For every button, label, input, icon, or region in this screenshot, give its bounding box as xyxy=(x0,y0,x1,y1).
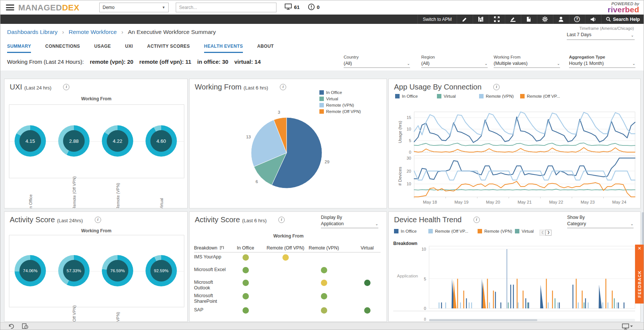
score-dot[interactable] xyxy=(243,293,249,299)
chevron-down-icon: ⌄ xyxy=(632,62,635,66)
score-dot[interactable] xyxy=(243,267,249,273)
score-dot[interactable] xyxy=(364,307,371,314)
bar xyxy=(578,302,579,308)
donut-remote-vpn-[interactable]: 4.22 xyxy=(102,125,133,157)
y-axis-title: # Devices xyxy=(398,167,402,186)
panel-uxi: UXI (Last 24 hrs) i Working From 4.15In … xyxy=(4,79,188,208)
display-by-select[interactable]: Application ⌄ xyxy=(321,221,378,228)
bar xyxy=(552,290,553,308)
display-options-icon[interactable] xyxy=(622,323,633,330)
bar xyxy=(584,302,584,308)
y-tick-label: 10 xyxy=(407,182,411,186)
tab-activity-scores[interactable]: ACTIVITY SCORES xyxy=(147,41,190,53)
pages-button[interactable] xyxy=(521,15,537,24)
revert-history-icon[interactable] xyxy=(22,323,28,330)
bar-spike xyxy=(453,280,457,308)
gear-button[interactable] xyxy=(537,15,553,24)
column-header-in-office[interactable]: In Office xyxy=(223,245,268,251)
donut-value: 4.60 xyxy=(150,130,172,152)
column-header-remote-vpn-[interactable]: Remote (VPN) xyxy=(301,245,346,251)
series-remote-vpn- xyxy=(414,171,635,180)
announce-icon xyxy=(590,16,596,22)
donut-remote-off-vpn-[interactable]: 57.33% xyxy=(58,255,90,286)
device-health-bar-chart[interactable]: 05108 xyxy=(389,212,641,322)
column-header-virtual[interactable]: Virtual xyxy=(345,245,387,251)
score-dot[interactable] xyxy=(321,280,327,286)
filter-label: Aggregation Type xyxy=(569,55,635,59)
bar xyxy=(602,302,603,308)
tab-about[interactable]: ABOUT xyxy=(257,41,274,53)
filter-region: Region(All) ⌄ xyxy=(421,55,488,68)
donut-remote-off-vpn-[interactable]: 2.88 xyxy=(58,125,90,157)
monitor-icon xyxy=(285,3,292,10)
close-icon[interactable]: ✕ xyxy=(635,245,644,252)
panel-title: Activity Score (Last 6 hrs) i xyxy=(195,216,285,224)
bar xyxy=(554,298,555,308)
feedback-tab[interactable]: ✕ FEEDBACK xyxy=(635,245,644,304)
switch-to-apm-button[interactable]: Switch to APM xyxy=(418,15,456,24)
environment-select[interactable]: Demo ▼ xyxy=(99,3,169,12)
donut-virtual[interactable]: 4.60 xyxy=(146,125,177,157)
y-tick-label: 5 xyxy=(424,277,426,281)
x-date-label: May 18 xyxy=(423,200,437,204)
column-header-remote-off-vpn-[interactable]: Remote (Off VPN) xyxy=(263,245,308,251)
help-button[interactable]: ? xyxy=(569,15,585,24)
app-logo: MANAGEDDEX xyxy=(18,3,79,13)
tab-usage[interactable]: USAGE xyxy=(94,41,111,53)
score-dot[interactable] xyxy=(364,280,371,286)
pie-slice-value: 6 xyxy=(256,179,258,184)
score-dot[interactable] xyxy=(321,293,327,299)
info-icon[interactable]: i xyxy=(63,84,69,90)
filter-select[interactable]: (All) ⌄ xyxy=(344,61,410,68)
search-help-button[interactable]: Search Help xyxy=(601,15,644,24)
undo-icon[interactable] xyxy=(8,323,14,330)
score-dot[interactable] xyxy=(321,307,327,314)
tab-health-events[interactable]: HEALTH EVENTS xyxy=(204,41,243,53)
donut-remote-vpn-[interactable]: 76.59% xyxy=(102,255,133,286)
bar xyxy=(612,290,613,308)
bar xyxy=(523,290,523,308)
working-from-pie-chart[interactable]: 296133 xyxy=(190,79,387,208)
y-axis-title: Usage (hrs) xyxy=(398,121,402,143)
score-dot[interactable] xyxy=(243,280,249,286)
bar xyxy=(588,302,588,308)
filter-select[interactable]: (Multiple values) ⌄ xyxy=(494,61,560,68)
tab-summary[interactable]: SUMMARY xyxy=(7,41,31,53)
column-header-breakdown[interactable]: Breakdown xyxy=(194,245,224,251)
user-button[interactable] xyxy=(553,15,569,24)
top-bar: MANAGEDDEX Demo ▼ Search... 61 0 POWERED… xyxy=(0,0,644,15)
series-remote-off-vpn- xyxy=(414,181,635,197)
riverbed-logo: riverbed xyxy=(608,7,639,12)
fullscreen-button[interactable] xyxy=(489,15,505,24)
announce-button[interactable] xyxy=(585,15,601,24)
donut-value: 76.59% xyxy=(107,260,128,282)
save-button[interactable] xyxy=(473,15,489,24)
app-usage-line-charts[interactable]: 051015Usage (hrs)102030# DevicesMay 18Ma… xyxy=(389,79,641,208)
info-icon[interactable]: i xyxy=(278,217,285,223)
score-dot[interactable] xyxy=(243,307,249,314)
table-row-app-label: IMS YourApp xyxy=(194,254,229,260)
format-button[interactable] xyxy=(505,15,521,24)
alert-count[interactable]: 0 xyxy=(308,3,320,12)
hamburger-menu-icon[interactable] xyxy=(6,4,14,10)
tab-uxi[interactable]: UXI xyxy=(125,41,133,53)
timeframe-select[interactable]: Last 7 Days ⌄ xyxy=(567,32,635,40)
donut-virtual[interactable]: 92.59% xyxy=(146,255,177,286)
gear-icon xyxy=(542,16,548,22)
breadcrumb-link[interactable]: Remote Workforce xyxy=(69,29,117,35)
breadcrumb-link[interactable]: Dashboards Library xyxy=(7,29,57,35)
filter-label: Region xyxy=(421,55,488,59)
horizontal-scrollbar[interactable] xyxy=(429,319,635,321)
donut-in-office[interactable]: 74.06% xyxy=(15,255,46,286)
search-input[interactable]: Search... xyxy=(176,3,276,12)
score-dot[interactable] xyxy=(321,267,327,273)
filter-select[interactable]: Hourly (1 Month) ⌄ xyxy=(569,61,635,68)
info-icon[interactable]: i xyxy=(95,217,101,223)
tab-connections[interactable]: CONNECTIONS xyxy=(45,41,80,53)
edit-button[interactable] xyxy=(457,15,473,24)
donut-in-office[interactable]: 4.15 xyxy=(15,125,46,157)
score-dot[interactable] xyxy=(282,254,289,261)
score-dot[interactable] xyxy=(243,254,249,261)
device-count[interactable]: 61 xyxy=(285,3,300,12)
filter-select[interactable]: (All) ⌄ xyxy=(421,61,488,68)
